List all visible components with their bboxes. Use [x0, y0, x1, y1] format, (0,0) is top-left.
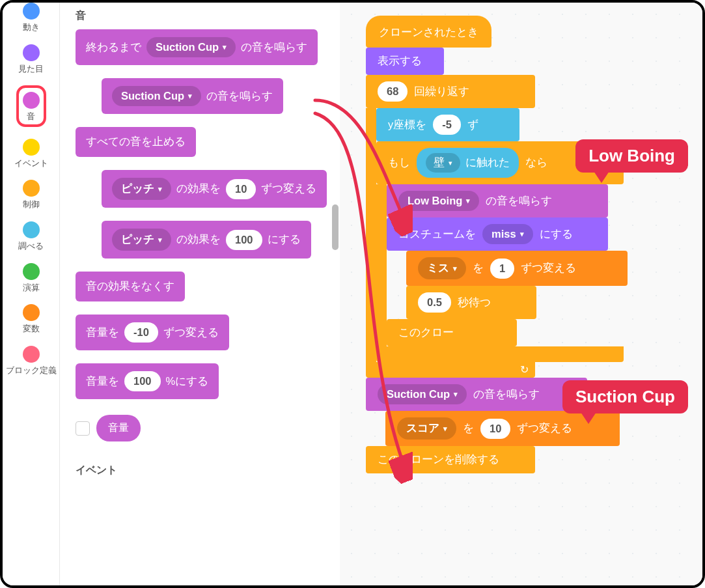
block-play-sound[interactable]: Suction Cup ▾ の音を鳴らす	[102, 78, 283, 114]
chevron-down-icon: ▾	[520, 230, 524, 238]
chevron-down-icon: ▾	[158, 185, 162, 193]
block-set-costume[interactable]: コスチュームを miss ▾ にする	[387, 217, 608, 251]
cat-variables[interactable]: 変数	[23, 304, 40, 334]
chevron-down-icon: ▾	[453, 264, 457, 273]
chevron-down-icon: ▾	[449, 159, 452, 167]
monitor-checkbox[interactable]	[76, 421, 90, 436]
block-stop-all-sounds[interactable]: すべての音を止める	[76, 127, 196, 157]
dot-icon	[23, 263, 40, 280]
sound-dropdown[interactable]: Suction Cup ▾	[146, 37, 236, 57]
cat-looks[interactable]: 見た目	[18, 44, 44, 74]
block-change-miss[interactable]: ミス ▾ を 1 ずつ変える	[406, 251, 628, 286]
number-input[interactable]: 10	[226, 179, 256, 199]
label: ず	[467, 118, 478, 132]
volume-reporter[interactable]: 音量	[96, 415, 141, 441]
label: ずつ変える	[163, 326, 219, 340]
chevron-down-icon: ▾	[188, 92, 192, 100]
effect-dropdown[interactable]: ピッチ ▾	[112, 178, 171, 200]
chevron-down-icon: ▾	[443, 425, 447, 433]
block-play-until-done[interactable]: 終わるまで Suction Cup ▾ の音を鳴らす	[76, 29, 318, 65]
block-wait[interactable]: 0.5 秒待つ	[406, 286, 536, 319]
callout-low-boing: Low Boing	[575, 139, 688, 173]
block-change-effect[interactable]: ピッチ ▾ の効果を 10 ずつ変える	[102, 170, 327, 208]
callout-suction-cup: Suction Cup	[562, 380, 688, 413]
dot-icon	[23, 221, 40, 238]
label: 音量を	[86, 326, 119, 340]
cat-myblocks[interactable]: ブロック定義	[6, 346, 57, 376]
cat-sensing[interactable]: 調べる	[18, 221, 44, 251]
dot-icon	[23, 92, 40, 109]
editor-window: 動き 見た目 音 イベント 制御 調べる	[0, 0, 705, 588]
label: ずつ変える	[521, 261, 576, 275]
cat-label: 見た目	[18, 64, 44, 74]
label: の音を鳴らす	[206, 89, 273, 104]
label: 音の効果をなくす	[86, 279, 174, 294]
block-play-low-boing[interactable]: Low Boing ▾ の音を鳴らす	[387, 184, 608, 217]
var-dropdown[interactable]: ミス ▾	[418, 257, 466, 279]
dot-icon	[23, 304, 40, 321]
label: にする	[540, 227, 573, 242]
sound-dropdown[interactable]: Suction Cup ▾	[112, 86, 201, 106]
cat-label: 制御	[23, 199, 40, 210]
dot-icon	[23, 180, 40, 197]
if-body: Low Boing ▾ の音を鳴らす コスチュームを miss ▾ にする	[376, 184, 689, 346]
touching-reporter[interactable]: 壁 ▾ に触れた	[417, 148, 519, 178]
number-input[interactable]: -10	[124, 322, 158, 343]
cat-operators[interactable]: 演算	[23, 263, 40, 293]
palette-heading: イベント	[76, 464, 328, 477]
cat-events[interactable]: イベント	[14, 139, 48, 169]
block-palette[interactable]: 音 終わるまで Suction Cup ▾ の音を鳴らす Suction Cup…	[60, 3, 340, 585]
cat-sound[interactable]: 音	[16, 85, 46, 127]
label: を	[463, 421, 474, 436]
number-input[interactable]: 0.5	[418, 292, 451, 313]
dot-icon	[23, 139, 40, 156]
label: ずつ変える	[517, 421, 572, 436]
label: の音を鳴らす	[486, 194, 552, 208]
dot-icon	[23, 44, 40, 61]
chevron-down-icon: ▾	[223, 43, 227, 51]
label: の音を鳴らす	[241, 40, 307, 55]
loop-arrow-icon: ↻	[520, 363, 529, 376]
number-input[interactable]: -5	[433, 115, 461, 135]
cat-control[interactable]: 制御	[23, 180, 40, 210]
effect-dropdown[interactable]: ピッチ ▾	[112, 229, 171, 251]
category-sidebar: 動き 見た目 音 イベント 制御 調べる	[3, 3, 60, 585]
number-input[interactable]: 10	[480, 419, 510, 439]
label: 音量を	[86, 374, 119, 389]
label: にする	[268, 232, 301, 247]
palette-heading: 音	[76, 9, 328, 23]
number-input[interactable]: 100	[226, 230, 262, 250]
label: なら	[525, 156, 547, 170]
cat-label: 動き	[23, 22, 40, 33]
chevron-down-icon: ▾	[454, 390, 458, 399]
dot-icon	[23, 346, 40, 363]
label: 回繰り返す	[414, 85, 469, 99]
arrow-icon	[309, 107, 413, 497]
block-show[interactable]: 表示する	[366, 48, 444, 75]
block-set-volume[interactable]: 音量を 100 %にする	[76, 363, 219, 399]
label: の音を鳴らす	[473, 387, 540, 402]
cat-label: ブロック定義	[6, 365, 57, 376]
cat-label: 音	[27, 111, 35, 122]
label: の効果を	[176, 182, 221, 196]
if-foot	[376, 346, 624, 362]
block-set-effect[interactable]: ピッチ ▾ の効果を 100 にする	[102, 221, 311, 259]
label: を	[473, 261, 484, 275]
label: すべての音を止める	[86, 135, 186, 149]
block-change-volume[interactable]: 音量を -10 ずつ変える	[76, 315, 229, 350]
chevron-down-icon: ▾	[466, 197, 470, 205]
cat-label: 調べる	[18, 241, 44, 251]
label: 秒待つ	[458, 296, 491, 310]
costume-dropdown[interactable]: miss ▾	[482, 224, 533, 244]
label: の効果を	[176, 232, 221, 247]
cat-label: 変数	[23, 324, 40, 334]
number-input[interactable]: 100	[124, 371, 161, 391]
cat-label: 演算	[23, 283, 40, 293]
chevron-down-icon: ▾	[158, 236, 162, 244]
volume-monitor-row: 音量	[76, 415, 328, 441]
block-clear-effects[interactable]: 音の効果をなくす	[76, 272, 185, 301]
cat-motion[interactable]: 動き	[23, 3, 40, 33]
dot-icon	[23, 3, 40, 20]
hat-when-cloned[interactable]: クローンされたとき	[366, 16, 491, 48]
number-input[interactable]: 1	[490, 259, 514, 279]
